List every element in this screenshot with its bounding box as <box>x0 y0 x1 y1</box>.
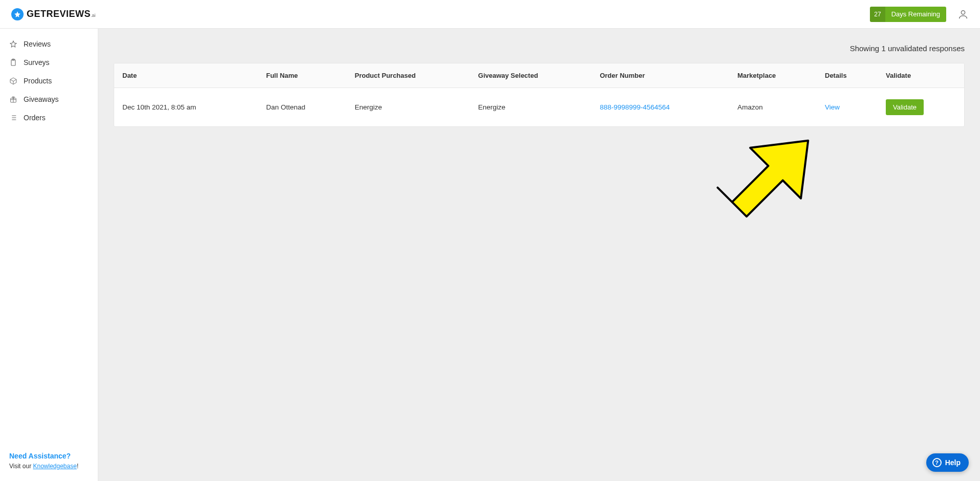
days-remaining-badge[interactable]: 27 Days Remaining <box>870 7 946 22</box>
sidebar-item-label: Reviews <box>24 40 51 48</box>
cell-giveaway: Energize <box>470 88 592 127</box>
sidebar-item-label: Surveys <box>24 58 50 67</box>
table-row: Dec 10th 2021, 8:05 am Dan Ottenad Energ… <box>114 88 964 127</box>
col-product: Product Purchased <box>347 63 470 88</box>
view-link[interactable]: View <box>825 103 840 111</box>
annotation-arrow-icon <box>695 111 838 254</box>
order-number-link[interactable]: 888-9998999-4564564 <box>600 103 670 111</box>
sidebar-item-reviews[interactable]: Reviews <box>0 35 98 53</box>
sidebar-item-label: Products <box>24 77 52 85</box>
clipboard-icon <box>9 58 17 67</box>
main-content: Showing 1 unvalidated responses Date Ful… <box>98 29 980 481</box>
col-marketplace: Marketplace <box>729 63 817 88</box>
app-body: Reviews Surveys Products Giveaways Order… <box>0 29 980 481</box>
col-giveaway: Giveaway Selected <box>470 63 592 88</box>
cell-product: Energize <box>347 88 470 127</box>
col-date: Date <box>114 63 258 88</box>
header-right: 27 Days Remaining <box>870 7 969 22</box>
gift-icon <box>9 95 17 103</box>
sidebar-footer: Need Assistance? Visit our Knowledgebase… <box>0 451 98 481</box>
responses-table: Date Full Name Product Purchased Giveawa… <box>114 63 965 127</box>
days-label: Days Remaining <box>885 7 946 22</box>
cell-date: Dec 10th 2021, 8:05 am <box>114 88 258 127</box>
logo-text: GETREVIEWS.ai <box>27 9 96 19</box>
box-icon <box>9 77 17 85</box>
need-assistance-title: Need Assistance? <box>9 451 89 462</box>
star-outline-icon <box>9 40 17 48</box>
sidebar-item-giveaways[interactable]: Giveaways <box>0 90 98 108</box>
sidebar-item-label: Giveaways <box>24 95 58 103</box>
user-icon[interactable] <box>957 9 969 20</box>
cell-marketplace: Amazon <box>729 88 817 127</box>
showing-count: Showing 1 unvalidated responses <box>114 44 965 53</box>
cell-full-name: Dan Ottenad <box>258 88 347 127</box>
sidebar-item-surveys[interactable]: Surveys <box>0 53 98 72</box>
sidebar: Reviews Surveys Products Giveaways Order… <box>0 29 98 481</box>
col-full-name: Full Name <box>258 63 347 88</box>
table-header-row: Date Full Name Product Purchased Giveawa… <box>114 63 964 88</box>
sidebar-item-orders[interactable]: Orders <box>0 108 98 127</box>
validate-button[interactable]: Validate <box>886 99 924 115</box>
header: GETREVIEWS.ai 27 Days Remaining <box>0 0 980 29</box>
sidebar-item-products[interactable]: Products <box>0 72 98 90</box>
star-icon <box>11 8 24 20</box>
days-count: 27 <box>870 7 885 22</box>
svg-point-0 <box>961 10 965 14</box>
knowledgebase-link[interactable]: Knowledgebase <box>33 463 76 470</box>
help-icon: ? <box>932 458 942 467</box>
help-label: Help <box>945 458 961 467</box>
col-order-number: Order Number <box>591 63 729 88</box>
col-details: Details <box>817 63 878 88</box>
list-icon <box>9 114 17 122</box>
need-assistance-text: Visit our Knowledgebase! <box>9 462 89 471</box>
logo[interactable]: GETREVIEWS.ai <box>11 8 96 20</box>
help-button[interactable]: ? Help <box>926 453 969 472</box>
col-validate: Validate <box>878 63 964 88</box>
sidebar-item-label: Orders <box>24 114 46 122</box>
